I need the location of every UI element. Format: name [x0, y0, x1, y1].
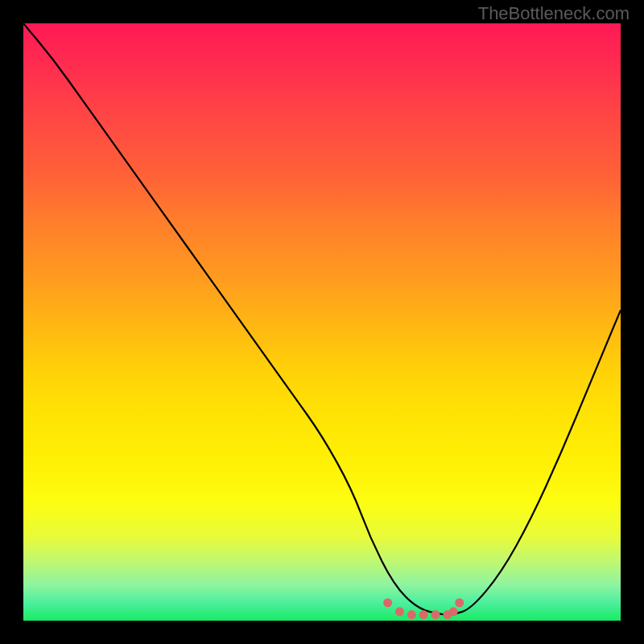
marker-dot: [407, 610, 416, 619]
watermark-text: TheBottleneck.com: [478, 3, 630, 24]
marker-dot: [431, 610, 440, 619]
marker-dot: [455, 598, 464, 607]
marker-dot: [383, 598, 392, 607]
marker-dot: [419, 610, 428, 619]
chart-plot-area: [23, 23, 621, 621]
optimal-range-markers: [23, 23, 621, 621]
marker-dot: [449, 607, 458, 616]
marker-dot: [395, 607, 404, 616]
